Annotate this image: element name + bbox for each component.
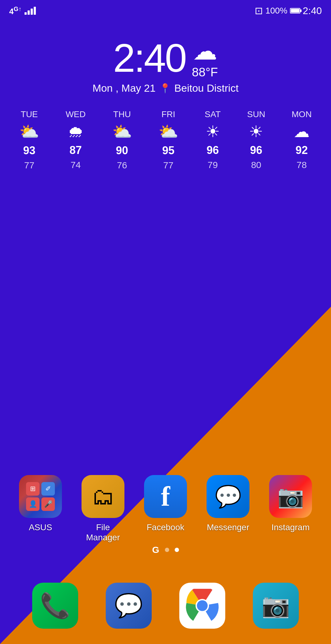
forecast-icon: ⛅ <box>158 122 178 141</box>
forecast-day-sun: SUN ☀ 96 80 <box>247 109 265 171</box>
asus-grid-1: ⊞ <box>26 482 40 496</box>
forecast-low: 78 <box>297 160 307 170</box>
location-icon: 📍 <box>159 83 171 94</box>
forecast-high: 90 <box>116 144 128 157</box>
forecast-icon: 🌧 <box>68 122 84 141</box>
rotation-icon: ⊡ <box>255 5 263 17</box>
weather-date-row: Mon , May 21 📍 Beitou District <box>93 82 239 94</box>
app-file-manager-label: FileManager <box>86 522 120 543</box>
asus-grid: ⊞ ✐ 👤 🎤 <box>22 478 59 515</box>
forecast-low: 77 <box>163 160 173 171</box>
app-asus-label: ASUS <box>29 522 52 533</box>
battery-percent: 100% <box>265 6 287 16</box>
forecast-low: 80 <box>251 160 261 170</box>
app-messenger[interactable]: 💬 Messenger <box>204 475 253 533</box>
asus-grid-2: ✐ <box>41 482 55 496</box>
weather-date: Mon , May 21 <box>93 82 156 94</box>
signal-bar-1 <box>25 12 27 15</box>
forecast-day-mon: MON ☁ 92 78 <box>292 109 312 171</box>
forecast-high: 92 <box>295 144 308 157</box>
forecast-label: WED <box>66 109 86 119</box>
forecast-icon: ☀ <box>249 122 263 141</box>
status-left: 4G↑ <box>9 6 36 16</box>
chrome-svg-icon <box>185 589 219 623</box>
weather-location: Beitou District <box>174 82 239 94</box>
forecast-day-fri: FRI ⛅ 95 77 <box>158 109 178 171</box>
signal-bar-2 <box>28 10 30 15</box>
asus-grid-3: 👤 <box>26 497 40 511</box>
file-manager-icon: 🗂 <box>82 475 124 518</box>
forecast-low: 79 <box>207 160 218 170</box>
forecast-label: SAT <box>205 109 221 119</box>
forecast-day-thu: THU ⛅ 90 76 <box>112 109 132 171</box>
forecast-label: SUN <box>247 109 265 119</box>
svg-point-2 <box>197 600 207 611</box>
page-indicator-2[interactable] <box>165 548 169 552</box>
camera-icon: 📷 <box>261 592 290 619</box>
dock-chrome[interactable] <box>179 583 225 629</box>
app-file-manager[interactable]: 🗂 FileManager <box>78 475 127 543</box>
app-grid: ⊞ ✐ 👤 🎤 ASUS 🗂 FileManager f <box>0 475 331 543</box>
dock-phone[interactable]: 📞 <box>32 583 78 629</box>
asus-grid-4: 🎤 <box>41 497 55 511</box>
forecast-day-sat: SAT ☀ 96 79 <box>205 109 221 171</box>
app-messenger-label: Messenger <box>207 522 249 533</box>
weather-temp: 88°F <box>192 65 218 79</box>
dock-messages[interactable]: 💬 <box>106 583 152 629</box>
forecast-high: 87 <box>70 144 82 157</box>
weather-main-row: 2:40 ☁ 88°F <box>113 37 218 79</box>
status-bar: 4G↑ ⊡ 100% 2:40 <box>0 0 331 21</box>
page-indicator-google[interactable]: G <box>152 545 159 555</box>
page-indicator-active[interactable] <box>175 548 179 552</box>
forecast-icon: ☀ <box>206 122 220 141</box>
signal-bar-4 <box>34 7 36 15</box>
battery-fill <box>291 9 299 13</box>
signal-bar-3 <box>31 9 33 15</box>
app-instagram[interactable]: 📷 Instagram <box>266 475 315 533</box>
app-facebook[interactable]: f Facebook <box>141 475 190 533</box>
forecast-high: 95 <box>162 144 174 157</box>
signal-bars <box>25 7 36 15</box>
forecast-high: 96 <box>207 144 219 157</box>
forecast-label: FRI <box>162 109 175 119</box>
app-facebook-label: Facebook <box>147 522 185 533</box>
status-time: 2:40 <box>303 5 322 17</box>
network-type: 4G↑ <box>9 6 21 16</box>
forecast-label: THU <box>113 109 131 119</box>
battery-icon-container <box>290 8 300 13</box>
forecast-high: 96 <box>250 144 262 157</box>
messages-icon: 💬 <box>114 592 143 619</box>
forecast-day-tue: TUE ⛅ 93 77 <box>19 109 39 171</box>
weather-current: ☁ 88°F <box>192 37 218 79</box>
forecast-day-wed: WED 🌧 87 74 <box>66 109 86 171</box>
facebook-icon: f <box>144 475 187 518</box>
forecast-label: MON <box>292 109 312 119</box>
forecast-low: 77 <box>24 160 34 171</box>
page-indicators: G <box>0 545 331 555</box>
forecast-icon: ⛅ <box>19 122 39 141</box>
forecast-icon: ☁ <box>294 122 310 141</box>
phone-icon: 📞 <box>40 591 70 620</box>
dock: 📞 💬 📷 <box>0 583 331 629</box>
forecast-row: TUE ⛅ 93 77 WED 🌧 87 74 THU ⛅ 90 76 FRI … <box>0 100 331 171</box>
messenger-icon: 💬 <box>207 475 249 518</box>
asus-icon: ⊞ ✐ 👤 🎤 <box>19 475 62 518</box>
app-instagram-label: Instagram <box>272 522 310 533</box>
forecast-icon: ⛅ <box>112 122 132 141</box>
forecast-high: 93 <box>23 144 36 157</box>
forecast-low: 76 <box>117 160 127 171</box>
weather-widget[interactable]: 2:40 ☁ 88°F Mon , May 21 📍 Beitou Distri… <box>0 37 331 171</box>
dock-camera[interactable]: 📷 <box>253 583 299 629</box>
instagram-icon: 📷 <box>269 475 312 518</box>
battery-icon <box>290 8 300 13</box>
weather-current-icon: ☁ <box>193 37 217 65</box>
weather-time: 2:40 <box>113 38 186 78</box>
forecast-low: 74 <box>70 160 81 170</box>
forecast-label: TUE <box>21 109 38 119</box>
status-right: ⊡ 100% 2:40 <box>255 5 322 17</box>
app-asus[interactable]: ⊞ ✐ 👤 🎤 ASUS <box>16 475 65 533</box>
